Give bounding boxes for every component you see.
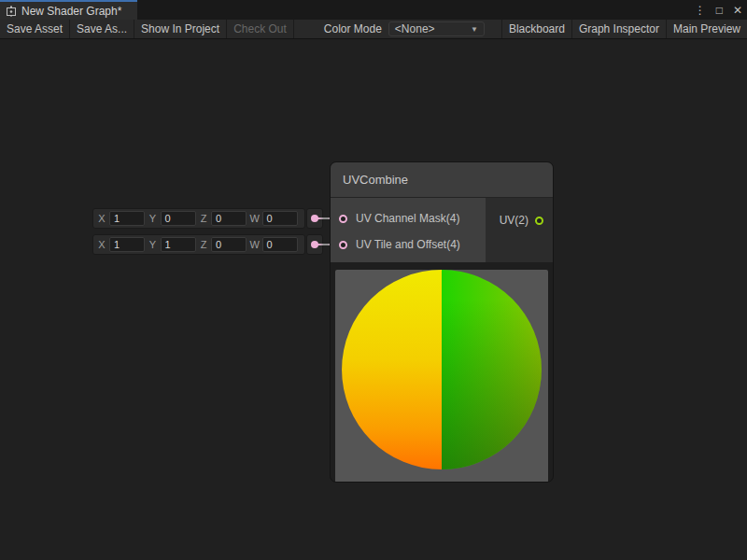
chevron-down-icon: ▼ bbox=[471, 25, 478, 34]
uv-preview-sphere bbox=[342, 270, 542, 469]
shader-graph-icon bbox=[6, 6, 17, 17]
show-in-project-button[interactable]: Show In Project bbox=[134, 20, 227, 38]
window-controls: ⋮ □ ✕ bbox=[695, 0, 742, 20]
tab-title: New Shader Graph* bbox=[21, 5, 121, 18]
w-field[interactable]: 0 bbox=[262, 211, 298, 226]
toolbar-right-group: Blackboard Graph Inspector Main Preview bbox=[501, 20, 747, 38]
x-field[interactable]: 1 bbox=[109, 211, 145, 226]
w-label: W bbox=[250, 239, 260, 250]
blackboard-button[interactable]: Blackboard bbox=[501, 20, 571, 38]
z-field[interactable]: 0 bbox=[211, 211, 247, 226]
close-icon[interactable]: ✕ bbox=[733, 5, 742, 16]
input-port-uv-tile-offset[interactable]: UV Tile and Offset(4) bbox=[331, 233, 486, 256]
save-asset-button[interactable]: Save Asset bbox=[0, 20, 70, 38]
uvcombine-node[interactable]: UVCombine UV Channel Mask(4) UV Tile and… bbox=[330, 161, 554, 483]
y-field[interactable]: 0 bbox=[161, 211, 196, 226]
port-circle-icon[interactable] bbox=[339, 215, 347, 223]
z-label: Z bbox=[199, 239, 208, 250]
node-inputs: UV Channel Mask(4) UV Tile and Offset(4) bbox=[331, 198, 486, 262]
z-field[interactable]: 0 bbox=[211, 237, 247, 252]
y-label: Y bbox=[148, 239, 158, 250]
input-port-uv-channel-mask[interactable]: UV Channel Mask(4) bbox=[331, 207, 486, 230]
vector4-node-1[interactable]: X1 Y0 Z0 W0 bbox=[92, 208, 305, 229]
z-label: Z bbox=[199, 213, 208, 224]
vector4-node-2[interactable]: X1 Y1 Z0 W0 bbox=[92, 234, 305, 255]
node-body: UV Channel Mask(4) UV Tile and Offset(4)… bbox=[331, 198, 553, 262]
graph-canvas[interactable]: X1 Y0 Z0 W0 X1 Y1 Z0 W0 UVCombine UV Cha… bbox=[0, 39, 747, 560]
check-out-button: Check Out bbox=[227, 20, 294, 38]
x-field[interactable]: 1 bbox=[109, 237, 145, 252]
node-outputs: UV(2) bbox=[486, 198, 553, 262]
maximize-icon[interactable]: □ bbox=[716, 5, 723, 16]
kebab-menu-icon[interactable]: ⋮ bbox=[695, 5, 706, 16]
color-mode-label: Color Mode bbox=[324, 20, 382, 38]
w-field[interactable]: 0 bbox=[262, 237, 298, 252]
color-mode-value: <None> bbox=[395, 22, 435, 35]
node-preview[interactable] bbox=[335, 270, 548, 483]
port-label: UV Tile and Offset(4) bbox=[356, 238, 460, 251]
x-label: X bbox=[97, 239, 106, 250]
port-label: UV Channel Mask(4) bbox=[356, 212, 459, 225]
node-header[interactable]: UVCombine bbox=[331, 162, 553, 198]
save-as-button[interactable]: Save As... bbox=[70, 20, 134, 38]
y-label: Y bbox=[148, 213, 158, 224]
graph-inspector-button[interactable]: Graph Inspector bbox=[571, 20, 666, 38]
tab-new-shader-graph[interactable]: New Shader Graph* bbox=[0, 0, 137, 20]
main-preview-button[interactable]: Main Preview bbox=[666, 20, 747, 38]
y-field[interactable]: 1 bbox=[161, 237, 196, 252]
w-label: W bbox=[250, 213, 260, 224]
node-title: UVCombine bbox=[343, 173, 408, 187]
x-label: X bbox=[97, 213, 106, 224]
port-circle-icon[interactable] bbox=[339, 241, 347, 249]
shader-graph-toolbar: Save Asset Save As... Show In Project Ch… bbox=[0, 20, 747, 39]
tab-bar: New Shader Graph* ⋮ □ ✕ bbox=[0, 0, 747, 20]
output-port-uv[interactable]: UV(2) bbox=[500, 209, 543, 231]
port-circle-icon[interactable] bbox=[535, 217, 543, 225]
port-label: UV(2) bbox=[500, 214, 529, 227]
color-mode-dropdown[interactable]: <None> ▼ bbox=[388, 21, 485, 36]
